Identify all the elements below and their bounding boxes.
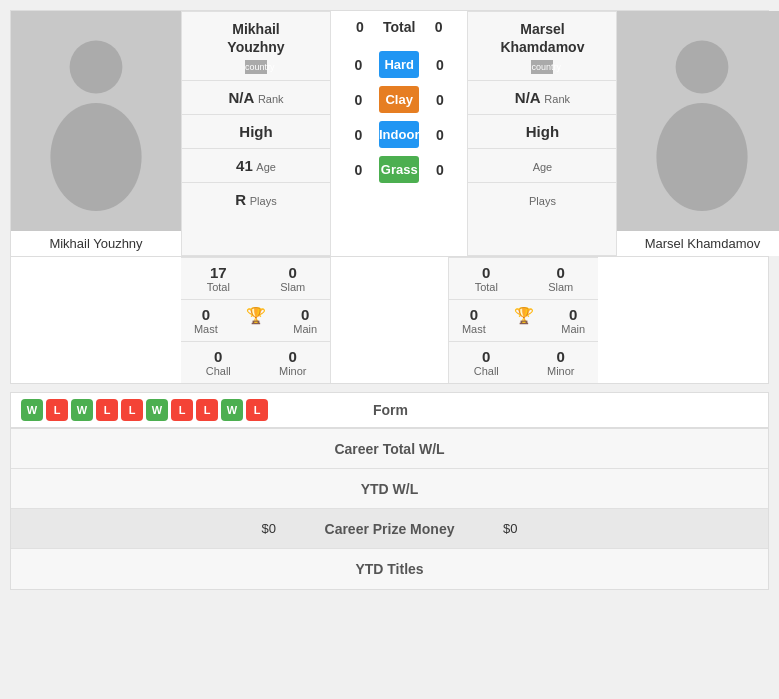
left-trophy-icon-cell: 🏆 <box>231 300 281 341</box>
total-row: 0 Total 0 <box>336 11 462 43</box>
ytd-titles-right <box>488 561 768 577</box>
left-mast-main-row: 0 Mast 🏆 0 Main <box>181 299 330 341</box>
left-plays-cell: R Plays <box>182 182 330 216</box>
svg-point-0 <box>70 41 123 94</box>
left-rank-cell: N/A Rank <box>182 80 330 114</box>
prize-money-row: $0 Career Prize Money $0 <box>11 509 768 549</box>
clay-badge: Clay <box>379 86 419 113</box>
left-trophy-icon: 🏆 <box>246 307 266 324</box>
ytd-wl-row: YTD W/L <box>11 469 768 509</box>
left-mast-cell: 0 Mast <box>181 300 231 341</box>
comparison-section: Mikhail Youzhny MikhailYouzhny country N… <box>10 10 769 257</box>
right-secondary-photo-spacer <box>598 257 768 383</box>
left-total-score: 0 <box>356 19 364 35</box>
hard-badge: Hard <box>379 51 419 78</box>
svg-point-1 <box>50 103 141 211</box>
clay-row: 0 Clay 0 <box>346 83 452 116</box>
form-row: W L W L L W L L W L Form <box>10 392 769 428</box>
left-high-cell: High <box>182 114 330 148</box>
right-country: country <box>468 58 616 80</box>
middle-section: 0 Total 0 0 Hard 0 0 Clay 0 <box>331 11 467 256</box>
grass-row: 0 Grass 0 <box>346 153 452 186</box>
career-total-wl-left <box>11 441 291 457</box>
prize-money-center: Career Prize Money <box>291 513 488 545</box>
form-badge-7: L <box>171 399 193 421</box>
right-plays-cell: Plays <box>468 182 616 216</box>
right-total-score: 0 <box>435 19 443 35</box>
left-chall-minor-row: 0 Chall 0 Minor <box>181 341 330 383</box>
right-rank-cell: N/A Rank <box>468 80 616 114</box>
ytd-wl-center: YTD W/L <box>291 473 488 505</box>
left-secondary-stats: 17 Total 0 Slam 0 Mast 🏆 0 Main <box>181 257 331 383</box>
court-rows: 0 Hard 0 0 Clay 0 0 Indoor 0 <box>336 43 462 256</box>
main-container: Mikhail Youzhny MikhailYouzhny country N… <box>0 0 779 600</box>
ytd-titles-left <box>11 561 291 577</box>
right-slam-cell: 0 Slam <box>524 258 599 299</box>
form-badge-5: L <box>121 399 143 421</box>
career-total-wl-center: Career Total W/L <box>291 433 488 465</box>
right-player-photo <box>617 11 779 231</box>
left-chall-cell: 0 Chall <box>181 342 256 383</box>
right-main-cell: 0 Main <box>548 300 598 341</box>
career-total-wl-row: Career Total W/L <box>11 429 768 469</box>
ytd-wl-left <box>11 481 291 497</box>
left-secondary-photo-spacer <box>11 257 181 383</box>
right-trophy-icon-cell: 🏆 <box>499 300 549 341</box>
form-badge-6: W <box>146 399 168 421</box>
form-badges-left: W L W L L W L L W L <box>21 399 268 421</box>
prize-money-left: $0 <box>11 513 291 544</box>
indoor-badge: Indoor <box>379 121 419 148</box>
right-chall-cell: 0 Chall <box>449 342 524 383</box>
bottom-stats: Career Total W/L YTD W/L $0 Career Prize… <box>10 428 769 590</box>
left-country: country <box>182 58 330 80</box>
left-player-area: Mikhail Youzhny <box>11 11 181 256</box>
middle-spacer <box>331 257 448 383</box>
total-label: Total <box>383 19 415 35</box>
grass-badge: Grass <box>379 156 419 183</box>
form-badge-9: W <box>221 399 243 421</box>
right-trophy-icon: 🏆 <box>514 307 534 324</box>
right-country-img: country <box>531 60 553 74</box>
left-minor-cell: 0 Minor <box>256 342 331 383</box>
svg-point-3 <box>657 103 748 211</box>
right-total-cell: 0 Total <box>449 258 524 299</box>
left-age-cell: 41 Age <box>182 148 330 182</box>
left-player-name-header: MikhailYouzhny <box>182 12 330 58</box>
right-stats-panel: MarselKhamdamov country N/A Rank High Ag… <box>467 11 617 256</box>
form-label: Form <box>268 402 513 418</box>
ytd-titles-center: YTD Titles <box>291 553 488 585</box>
left-total-slam-row: 17 Total 0 Slam <box>181 257 330 299</box>
right-secondary-stats: 0 Total 0 Slam 0 Mast 🏆 0 Main <box>448 257 598 383</box>
left-country-img: country <box>245 60 267 74</box>
prize-money-right: $0 <box>488 513 768 544</box>
right-total-slam-row: 0 Total 0 Slam <box>449 257 598 299</box>
right-age-cell: Age <box>468 148 616 182</box>
left-main-cell: 0 Main <box>280 300 330 341</box>
form-badge-8: L <box>196 399 218 421</box>
svg-point-2 <box>676 41 729 94</box>
right-player-name-header: MarselKhamdamov <box>468 12 616 58</box>
form-badge-2: L <box>46 399 68 421</box>
indoor-row: 0 Indoor 0 <box>346 118 452 151</box>
right-minor-cell: 0 Minor <box>524 342 599 383</box>
left-total-cell: 17 Total <box>181 258 256 299</box>
left-player-photo <box>11 11 181 231</box>
form-badge-3: W <box>71 399 93 421</box>
secondary-stats-row: 17 Total 0 Slam 0 Mast 🏆 0 Main <box>10 257 769 384</box>
right-player-area: Marsel Khamdamov <box>617 11 779 256</box>
right-high-cell: High <box>468 114 616 148</box>
career-total-wl-right <box>488 441 768 457</box>
right-mast-cell: 0 Mast <box>449 300 499 341</box>
form-badge-1: W <box>21 399 43 421</box>
hard-row: 0 Hard 0 <box>346 48 452 81</box>
left-player-name-below: Mikhail Youzhny <box>11 231 181 256</box>
ytd-wl-right <box>488 481 768 497</box>
right-mast-main-row: 0 Mast 🏆 0 Main <box>449 299 598 341</box>
left-stats-panel: MikhailYouzhny country N/A Rank High 41 … <box>181 11 331 256</box>
right-chall-minor-row: 0 Chall 0 Minor <box>449 341 598 383</box>
right-player-name-below: Marsel Khamdamov <box>617 231 779 256</box>
form-badge-10: L <box>246 399 268 421</box>
form-badge-4: L <box>96 399 118 421</box>
ytd-titles-row: YTD Titles <box>11 549 768 589</box>
left-slam-cell: 0 Slam <box>256 258 331 299</box>
